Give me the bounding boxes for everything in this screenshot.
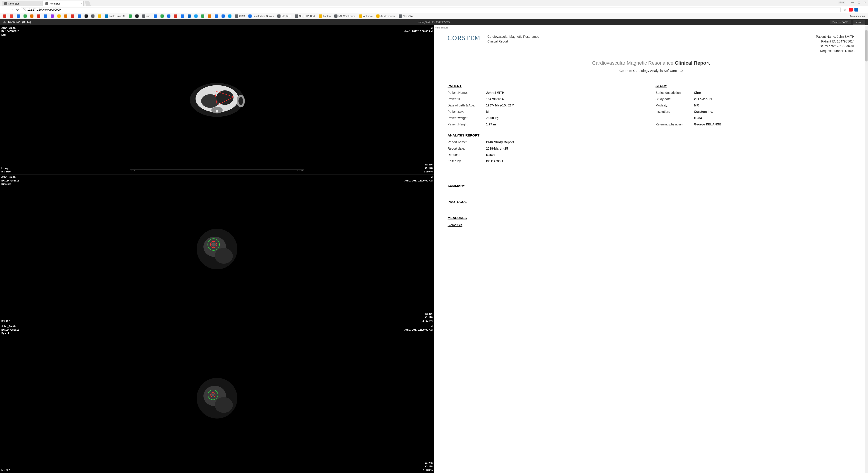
send-to-pacs-button[interactable]: Send to PACS — [830, 20, 851, 24]
forward-button[interactable]: → — [9, 8, 14, 12]
bookmark-item[interactable] — [173, 14, 179, 18]
mri-image-systole — [194, 376, 240, 421]
bookmark-item[interactable] — [42, 14, 49, 18]
bookmark-item[interactable] — [227, 14, 233, 18]
bookmark-item[interactable] — [193, 14, 199, 18]
section-heading: MEASURES — [447, 216, 855, 220]
bookmark-item[interactable] — [49, 14, 55, 18]
main-content: John_Smith ID: 1547985615 Lax M Jan 1, 2… — [0, 25, 868, 473]
panel-info-bottom-left: Im: 3/ 7 — [1, 319, 10, 322]
bookmark-item[interactable] — [207, 14, 213, 18]
bookmark-icon — [248, 14, 252, 18]
user-badge[interactable]: Gael — [838, 1, 845, 4]
time-ruler: -9.12 1 0.00ms — [130, 169, 304, 172]
report-header: CORSTEM Cardiovascular Magnetic Resonanc… — [447, 34, 855, 53]
bookmark-item[interactable] — [76, 14, 82, 18]
reload-button[interactable]: ⟳ — [16, 8, 19, 11]
bookmark-icon — [221, 14, 225, 18]
panel-info-top-right: M Jan 1, 2017 12:00:00 AM — [404, 26, 433, 33]
report-column: cine_report CORSTEM Cardiovascular Magne… — [434, 25, 868, 473]
bookmark-item[interactable] — [97, 14, 103, 18]
bookmark-item[interactable] — [36, 14, 41, 18]
panel-info-bottom-left: Im: 3/ 7 — [1, 469, 10, 472]
report-tab-label: cine_report — [435, 26, 448, 29]
bookmark-icon — [10, 14, 13, 18]
close-icon[interactable]: × — [81, 2, 82, 5]
bookmark-item[interactable]: NS_RTP_Dark — [293, 14, 317, 18]
svg-marker-0 — [3, 21, 6, 23]
bookmark-icon — [215, 14, 218, 18]
section-heading: PATIENT — [447, 84, 647, 88]
mri-image-lax — [188, 81, 246, 119]
bookmark-item[interactable] — [2, 14, 8, 18]
bookmark-icon — [228, 14, 231, 18]
bookmark-item[interactable] — [220, 14, 226, 18]
bookmark-item[interactable] — [200, 14, 206, 18]
bookmark-icon — [30, 14, 33, 18]
scrollbar[interactable] — [865, 25, 868, 473]
panel-info-bottom-left: Lossy Im: 1/60 — [1, 166, 11, 174]
bookmark-icon — [64, 14, 67, 18]
bookmark-item[interactable] — [83, 14, 89, 18]
bookmark-item[interactable] — [127, 14, 133, 18]
bookmark-item[interactable]: CRM — [234, 14, 246, 18]
bookmark-item[interactable] — [213, 14, 219, 18]
bookmark-icon — [359, 14, 362, 18]
site-info-icon[interactable]: i — [23, 8, 26, 11]
back-button[interactable]: ← — [2, 8, 7, 12]
corstem-logo: CORSTEM — [447, 34, 480, 41]
bookmark-item[interactable]: NorthStar — [397, 14, 415, 18]
bookmark-item[interactable] — [56, 14, 62, 18]
tab-title: NorthStar — [50, 2, 60, 5]
bookmark-item[interactable]: Article review — [375, 14, 397, 18]
url-input[interactable]: i 172.27.1.5/#/viewer/s00000 — [21, 7, 841, 12]
close-window-icon[interactable]: ✕ — [864, 1, 867, 4]
close-icon[interactable]: × — [39, 2, 41, 5]
bookmark-item[interactable]: Actualité — [358, 14, 374, 18]
bookmark-icon — [319, 14, 322, 18]
bookmark-item[interactable] — [22, 14, 28, 18]
bookmark-item[interactable] — [134, 14, 140, 18]
bookmark-item[interactable] — [8, 14, 14, 18]
browser-tab[interactable]: NorthStar × — [2, 1, 42, 6]
section-heading: ANALYSIS REPORT — [447, 133, 855, 137]
scan-dropdown[interactable]: scan ▾ — [853, 20, 865, 25]
extension-icon[interactable] — [855, 8, 858, 11]
bookmark-item[interactable] — [29, 14, 35, 18]
maximize-icon[interactable]: ▢ — [857, 1, 860, 4]
bookmark-item[interactable] — [166, 14, 172, 18]
url-text: 172.27.1.5/#/viewer/s00000 — [27, 8, 61, 11]
new-tab-button[interactable] — [85, 1, 91, 6]
scrollbar-thumb[interactable] — [865, 30, 868, 61]
bookmark-icon — [160, 14, 164, 18]
tab-favicon — [4, 2, 7, 5]
bookmark-item[interactable]: Trello EnvoyAI — [103, 14, 126, 18]
bookmark-item[interactable] — [152, 14, 158, 18]
patient-id-display: John_Smith ID: 1547985615 — [418, 21, 450, 24]
minimize-icon[interactable]: — — [851, 1, 854, 4]
bookmark-item[interactable] — [186, 14, 192, 18]
bookmark-item[interactable]: Laptop — [318, 14, 332, 18]
bookmark-star-icon[interactable]: ☆ — [842, 8, 847, 11]
browser-tab-active[interactable]: NorthStar × — [43, 1, 84, 6]
bookmark-icon — [334, 14, 338, 18]
bookmark-item[interactable]: Satisfaction Survey — [247, 14, 275, 18]
bookmark-item[interactable]: svn — [141, 14, 151, 18]
bookmark-item[interactable] — [180, 14, 185, 18]
browser-menu-icon[interactable]: ⋮ — [860, 7, 866, 12]
viewer-panel-systole[interactable]: John_Smith ID: 1547985615 Systole M Jan … — [0, 324, 434, 473]
bookmark-icon — [295, 14, 298, 18]
bookmark-item[interactable]: NS_WireFrame — [333, 14, 357, 18]
bookmark-item[interactable] — [16, 14, 21, 18]
bookmark-item[interactable] — [70, 14, 75, 18]
bookmark-icon — [17, 14, 20, 18]
bookmark-item[interactable]: NS_RTP — [276, 14, 292, 18]
other-bookmarks[interactable]: Autres favoris — [848, 14, 866, 18]
viewer-panel-diastole[interactable]: John_Smith ID: 1547985615 Diastole M Jan… — [0, 175, 434, 324]
svg-point-15 — [211, 243, 216, 247]
bookmark-item[interactable] — [63, 14, 69, 18]
viewer-panel-lax[interactable]: John_Smith ID: 1547985615 Lax M Jan 1, 2… — [0, 25, 434, 175]
extension-icon[interactable] — [849, 8, 852, 11]
bookmark-item[interactable] — [90, 14, 96, 18]
bookmark-item[interactable] — [159, 14, 165, 18]
